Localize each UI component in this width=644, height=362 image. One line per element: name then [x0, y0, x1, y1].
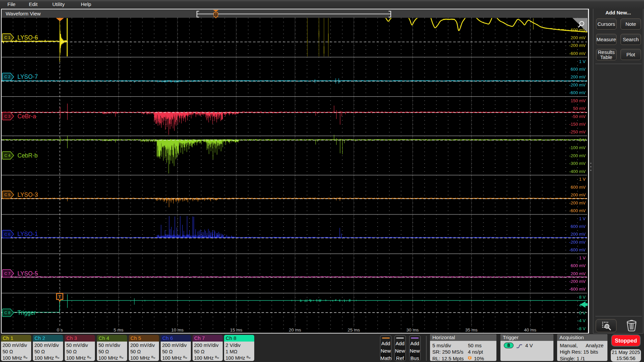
svg-text:1 V: 1 V [579, 59, 586, 64]
svg-text:50 mV: 50 mV [573, 106, 586, 111]
svg-text:C 4: C 4 [4, 154, 11, 158]
svg-text:C 8: C 8 [4, 311, 10, 315]
svg-text:LYSO-3: LYSO-3 [17, 191, 38, 198]
svg-text:T: T [58, 294, 61, 299]
svg-text:15 ms: 15 ms [230, 327, 243, 333]
svg-text:-300 mV: -300 mV [569, 161, 586, 166]
svg-text:25 ms: 25 ms [347, 327, 360, 333]
svg-text:150 mV: 150 mV [571, 98, 586, 103]
svg-text:8 V: 8 V [579, 295, 586, 300]
svg-text:C 1: C 1 [4, 36, 10, 40]
svg-text:LYSO-1: LYSO-1 [17, 231, 38, 237]
svg-text:LYSO-6: LYSO-6 [17, 34, 38, 41]
svg-text:200 mV: 200 mV [571, 271, 586, 276]
svg-text:Trigger: Trigger [17, 309, 36, 316]
svg-text:1 V: 1 V [579, 177, 586, 182]
svg-text:0 s: 0 s [57, 327, 63, 333]
svg-text:20 ms: 20 ms [289, 327, 301, 333]
svg-text:10 ms: 10 ms [171, 327, 183, 333]
svg-text:-100 mV: -100 mV [569, 145, 586, 150]
svg-text:C 7: C 7 [4, 272, 10, 276]
svg-text:-600 mV: -600 mV [569, 208, 586, 213]
svg-text:200 mV: 200 mV [571, 35, 586, 40]
svg-text:5 ms: 5 ms [114, 327, 124, 333]
svg-text:-400 mV: -400 mV [569, 169, 586, 174]
svg-text:30 ms: 30 ms [407, 327, 419, 333]
svg-text:-200 mV: -200 mV [569, 279, 586, 284]
svg-text:600 mV: 600 mV [571, 263, 586, 268]
svg-text:-600 mV: -600 mV [569, 51, 586, 56]
svg-text:T: T [215, 13, 217, 17]
svg-text:1 V: 1 V [579, 216, 586, 221]
svg-text:200 mV: 200 mV [571, 232, 586, 237]
svg-text:40 ms: 40 ms [524, 327, 536, 333]
svg-text:C 2: C 2 [4, 75, 10, 79]
svg-text:1 V: 1 V [579, 255, 586, 260]
svg-text:-8 V: -8 V [578, 326, 586, 331]
svg-text:200 mV: 200 mV [571, 74, 586, 79]
svg-text:-250 mV: -250 mV [569, 129, 586, 134]
svg-text:600 mV: 600 mV [571, 185, 586, 190]
svg-text:-200 mV: -200 mV [569, 240, 586, 245]
svg-text:-50 mV: -50 mV [572, 114, 586, 119]
svg-text:-4 V: -4 V [578, 318, 586, 323]
svg-text:-200 mV: -200 mV [569, 82, 586, 87]
svg-text:C 5: C 5 [4, 193, 10, 197]
svg-text:LYSO-5: LYSO-5 [17, 270, 38, 277]
svg-text:200 mV: 200 mV [571, 192, 586, 197]
svg-text:35 ms: 35 ms [465, 327, 478, 333]
svg-text:C 6: C 6 [4, 232, 10, 236]
svg-text:-600 mV: -600 mV [569, 90, 586, 95]
svg-text:-200 mV: -200 mV [569, 200, 586, 205]
svg-text:600 mV: 600 mV [571, 67, 586, 72]
svg-text:-200 mV: -200 mV [569, 43, 586, 48]
svg-text:-600 mV: -600 mV [569, 287, 586, 292]
svg-text:-150 mV: -150 mV [569, 122, 586, 127]
svg-text:C 3: C 3 [4, 114, 10, 118]
svg-text:LYSO-7: LYSO-7 [17, 73, 38, 80]
svg-text:CeBr-a: CeBr-a [17, 113, 36, 120]
svg-text:-600 mV: -600 mV [569, 247, 586, 252]
svg-text:0 V: 0 V [579, 310, 586, 315]
svg-text:600 mV: 600 mV [571, 224, 586, 229]
svg-text:-200 mV: -200 mV [569, 153, 586, 158]
svg-text:CebR-b: CebR-b [17, 152, 38, 159]
